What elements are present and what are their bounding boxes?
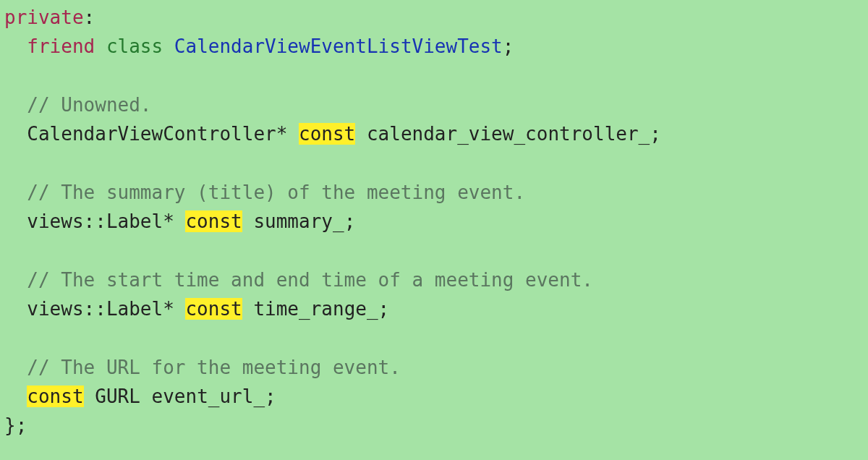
keyword-class: class bbox=[106, 35, 163, 57]
decl-after: calendar_view_controller_; bbox=[355, 123, 661, 145]
comment-time-range: // The start time and end time of a meet… bbox=[27, 269, 593, 291]
comment-unowned: // Unowned. bbox=[27, 94, 151, 116]
indent bbox=[4, 94, 27, 116]
decl-after: GURL event_url_; bbox=[84, 386, 276, 407]
indent bbox=[4, 386, 27, 407]
comment-url: // The URL for the meeting event. bbox=[27, 357, 401, 378]
keyword-const: const bbox=[185, 298, 242, 320]
indent bbox=[4, 298, 27, 320]
closing-brace: }; bbox=[4, 414, 27, 436]
indent bbox=[4, 35, 27, 57]
decl-before: views::Label* bbox=[27, 298, 185, 320]
keyword-friend: friend bbox=[27, 35, 95, 57]
comment-summary: // The summary (title) of the meeting ev… bbox=[27, 182, 525, 203]
keyword-const: const bbox=[27, 386, 83, 407]
decl-after: summary_; bbox=[242, 210, 356, 232]
decl-after: time_range_; bbox=[242, 298, 390, 320]
decl-before: views::Label* bbox=[27, 210, 185, 232]
semicolon: ; bbox=[503, 35, 514, 57]
code-block: private: friend class CalendarViewEventL… bbox=[0, 0, 868, 443]
colon: : bbox=[84, 7, 95, 28]
keyword-const: const bbox=[185, 210, 242, 232]
decl-before: CalendarViewController* bbox=[27, 123, 299, 145]
indent bbox=[4, 357, 27, 378]
indent bbox=[4, 269, 27, 291]
indent bbox=[4, 182, 27, 203]
indent bbox=[4, 210, 27, 232]
keyword-const: const bbox=[299, 123, 355, 145]
type-name: CalendarViewEventListViewTest bbox=[174, 35, 503, 57]
indent bbox=[4, 123, 27, 145]
keyword-private: private bbox=[4, 7, 84, 28]
